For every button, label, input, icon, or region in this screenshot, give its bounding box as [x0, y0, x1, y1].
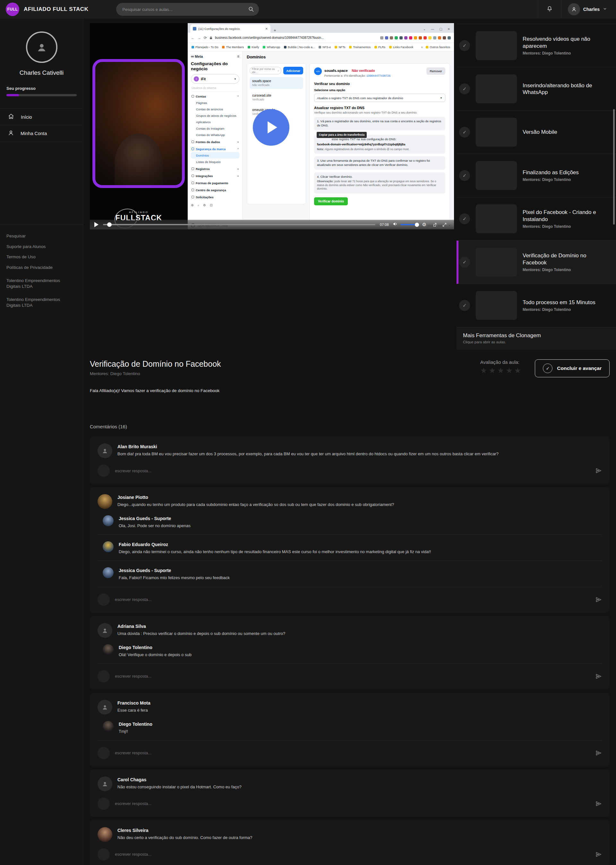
volume-slider[interactable] [401, 224, 417, 225]
extension-icon [419, 36, 422, 39]
bookmark-label: Planejado - To Do [195, 46, 218, 49]
complete-button-label: Concluir e avançar [557, 366, 602, 371]
lesson-item[interactable]: ✓Finalizando as EdiçõesMentores: Diego T… [457, 154, 616, 197]
fb-nav-label: Aplicativos [196, 120, 211, 124]
bookmark-label: Outros favoritos [430, 46, 450, 49]
comment-body: Jessica Gueds - SuporteFala, Fabio!! Fic… [119, 567, 230, 581]
bookmark-icon [374, 46, 377, 49]
note-line: Nota: Alguns registradores de domínio ex… [317, 148, 442, 151]
lesson-mentor: Mentores: Diego Tolentino [90, 371, 221, 376]
comment-card: Cleres SilveiraNão deu certo a verificaç… [90, 820, 610, 865]
more-lessons-section[interactable]: Mais Ferramentas de Clonagem Clique para… [457, 327, 616, 350]
send-icon[interactable] [596, 673, 602, 680]
domain-filter-input: Filtrar por nome ou ide...⌕ [250, 67, 281, 74]
sidebar-company-link[interactable]: Tolentino Empreendimentos Digitais LTDA [6, 278, 74, 289]
profile-avatar[interactable] [26, 31, 57, 63]
reply-input[interactable]: escrever resposta... [115, 597, 590, 602]
play-button[interactable] [94, 222, 99, 227]
commenter-name: Fabio Eduardo Queiroz [119, 541, 431, 547]
lesson-item[interactable]: ✓Pixel do Facebook - Criando e Instaland… [457, 197, 616, 241]
lesson-item[interactable]: ✓Verificação de Domínio no FacebookMento… [457, 241, 616, 284]
detail-status: Não verificado [352, 69, 375, 72]
sidebar-item-minha-conta[interactable]: Minha Conta [0, 125, 83, 142]
overflow-icon: » [421, 46, 423, 49]
commenter-name: Josiane Piotto [118, 494, 394, 500]
seek-bar[interactable] [103, 224, 376, 225]
reply-avatar [97, 593, 110, 606]
sidebar-link[interactable]: Termos de Uso [6, 254, 77, 260]
send-icon[interactable] [596, 468, 602, 474]
fb-nav-grupos-de-ativos-de-negócios: Grupos de ativos de negócios [191, 112, 239, 119]
reply-input[interactable]: escrever resposta... [115, 468, 590, 473]
notifications-button[interactable] [538, 0, 561, 19]
reply-input[interactable]: escrever resposta... [115, 750, 590, 755]
commenter-name: Jessica Gueds - Suporte [119, 567, 230, 573]
lesson-completed-icon: ✓ [459, 170, 470, 181]
rating-stars[interactable]: ★★★★★ [480, 366, 523, 375]
commenter-avatar [97, 443, 112, 458]
comment-body: Diego TolentinoTmj!! [119, 721, 152, 735]
page: FULL AFILIADO FULL STACK Charles [0, 0, 616, 865]
volume-icon[interactable] [393, 221, 398, 228]
comment-text: Diego, ainda não terminei o curso, ainda… [119, 549, 431, 555]
chevron-down-icon [603, 6, 607, 12]
play-overlay-button[interactable] [253, 109, 289, 146]
comment-body: Josiane PiottoDiego...quando eu tenho um… [118, 494, 394, 509]
tab-favicon [193, 27, 196, 30]
lesson-item-title: Pixel do Facebook - Criando e Instalando [523, 209, 611, 223]
send-icon[interactable] [596, 750, 602, 756]
extension-icon [394, 36, 398, 39]
send-icon[interactable] [596, 597, 602, 603]
comment-body: Francisco MotaEsse cara é fera [118, 700, 151, 714]
search-bar [116, 3, 259, 16]
bookmark-icon [284, 46, 286, 49]
extension-icon [385, 36, 388, 39]
meta-brand: Meta [195, 55, 203, 58]
share-icon[interactable] [432, 222, 437, 227]
lesson-item[interactable]: ✓Inserindo/alterando botão de WhatsApp [457, 68, 616, 111]
volume-knob[interactable] [415, 223, 419, 227]
fb-nav-icon [192, 95, 194, 97]
fb-nav-label: Solicitações [196, 195, 213, 199]
comment: Alan Brito MuraskiBom dia! pra toda BM e… [97, 443, 602, 458]
progress-bar [6, 94, 77, 96]
facebook-sidebar: ∞ Meta ≡ Configurações do negócio I iFit… [188, 51, 243, 220]
fb-nav-icon [192, 141, 194, 143]
user-menu[interactable]: Charles [561, 0, 616, 19]
reply-input[interactable]: escrever resposta... [115, 801, 590, 806]
reply-input[interactable]: escrever resposta... [115, 852, 590, 857]
sidebar-company-link[interactable]: Tolentino Empreendimentos Digitais LTDA [6, 297, 74, 308]
sidebar-item-início[interactable]: Início [0, 108, 83, 125]
commenter-name: Adriana Silva [118, 623, 285, 629]
domain-status: Verificado [252, 98, 301, 101]
extension-icon [438, 36, 441, 39]
sidebar-link[interactable]: Políticas de Privacidade [6, 265, 77, 270]
lesson-item[interactable]: ✓Versão Mobile [457, 111, 616, 154]
reply-input[interactable]: escrever resposta... [115, 674, 590, 678]
extension-icons [380, 36, 451, 39]
complete-button[interactable]: ✓ Concluir e avançar [535, 360, 610, 377]
fb-nav-solicitações: Solicitações [191, 194, 239, 200]
lessons-scrollbar[interactable] [613, 109, 615, 224]
extension-icon [404, 36, 407, 39]
sidebar-link[interactable]: Suporte para Alunos [6, 244, 77, 250]
lesson-item[interactable]: ✓Todo processo em 15 MinutosMentores: Di… [457, 284, 616, 327]
comments-header: Comentários (16) [90, 424, 610, 429]
search-input[interactable] [116, 3, 259, 16]
search-icon[interactable] [248, 6, 254, 13]
send-icon[interactable] [596, 801, 602, 807]
verify-title: Verificar seu domínio [314, 82, 445, 86]
settings-gear-icon[interactable]: ⚙ [422, 222, 426, 228]
comment-body: Alan Brito MuraskiBom dia! pra toda BM e… [118, 443, 498, 458]
comment-reply: Fabio Eduardo QueirozDiego, ainda não te… [103, 541, 602, 555]
send-icon[interactable] [596, 851, 602, 858]
fullscreen-icon[interactable] [442, 222, 447, 227]
lesson-item[interactable]: ✓Resolvendo vídeos que não aparecemMento… [457, 24, 616, 68]
comment-card: Carol ChagasNão estou conseguindo instal… [90, 769, 610, 817]
sidebar-link[interactable]: Pesquisar [6, 233, 77, 239]
bookmark-icon [192, 46, 194, 49]
bookmark-item: NFS-e [319, 46, 331, 49]
app-logo[interactable]: FULL [6, 3, 19, 16]
comment-text: Não estou conseguindo instalar o pixel d… [118, 784, 242, 790]
seek-knob[interactable] [107, 222, 112, 227]
